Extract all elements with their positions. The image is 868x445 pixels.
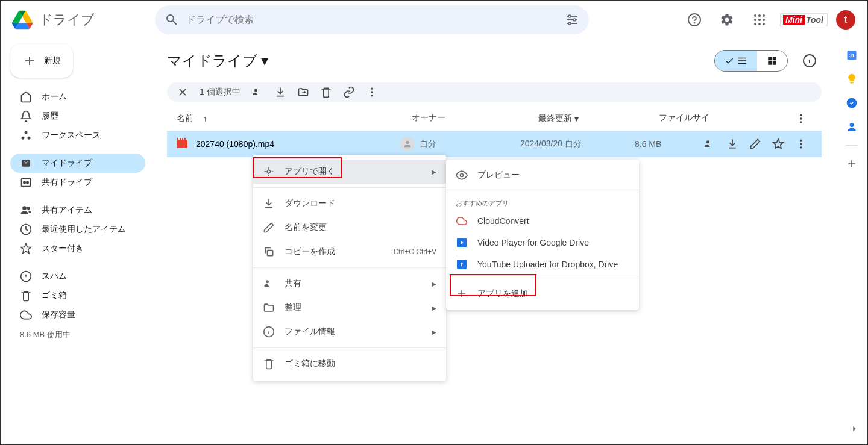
sidebar-item-storage[interactable]: 保存容量 bbox=[10, 305, 145, 325]
share-icon[interactable] bbox=[251, 86, 263, 98]
file-row[interactable]: 202740 (1080p).mp4 自分 2024/03/20 自分 8.6 … bbox=[167, 131, 822, 157]
new-button[interactable]: 新規 bbox=[10, 44, 73, 78]
search-bar[interactable] bbox=[155, 5, 589, 34]
header: ドライブ MiniTool t bbox=[1, 1, 867, 39]
svg-point-18 bbox=[22, 137, 25, 140]
add-panel-icon[interactable] bbox=[846, 158, 858, 170]
move-icon[interactable] bbox=[297, 86, 309, 98]
download-icon[interactable] bbox=[274, 86, 286, 98]
column-size[interactable]: ファイルサイ bbox=[659, 113, 731, 125]
file-name: 202740 (1080p).mp4 bbox=[196, 139, 274, 149]
search-options-icon[interactable] bbox=[565, 13, 579, 27]
tasks-icon[interactable] bbox=[846, 97, 858, 109]
sidebar-item-recent[interactable]: 最近使用したアイテム bbox=[10, 220, 145, 239]
chevron-down-icon: ▾ bbox=[574, 114, 579, 123]
menu-organize[interactable]: 整理 ▶ bbox=[253, 296, 446, 320]
submenu-app-videoplayer[interactable]: Video Player for Google Drive bbox=[446, 232, 639, 254]
bell-icon bbox=[20, 110, 32, 122]
contacts-icon[interactable] bbox=[846, 121, 858, 133]
menu-share[interactable]: 共有 ▶ bbox=[253, 272, 446, 296]
submenu-add-apps[interactable]: アプリを追加 bbox=[446, 283, 639, 305]
sidebar-item-trash[interactable]: ゴミ箱 bbox=[10, 286, 145, 305]
minitool-badge[interactable]: MiniTool bbox=[780, 13, 828, 26]
info-icon[interactable] bbox=[797, 49, 822, 73]
info-icon bbox=[263, 326, 275, 338]
svg-point-3 bbox=[568, 15, 571, 17]
menu-rename[interactable]: 名前を変更 bbox=[253, 216, 446, 240]
list-header: 名前↑ オーナー 最終更新▾ ファイルサイ bbox=[167, 107, 822, 131]
view-toggle bbox=[714, 50, 788, 72]
column-modified[interactable]: 最終更新▾ bbox=[538, 113, 659, 125]
collapse-rail-icon[interactable] bbox=[848, 423, 860, 435]
close-icon[interactable] bbox=[177, 86, 189, 98]
svg-point-5 bbox=[568, 22, 571, 25]
menu-download[interactable]: ダウンロード bbox=[253, 191, 446, 216]
trash-icon bbox=[20, 290, 32, 302]
column-owner[interactable]: オーナー bbox=[412, 113, 538, 125]
svg-point-23 bbox=[27, 181, 28, 183]
svg-rect-29 bbox=[773, 57, 776, 60]
calendar-icon[interactable]: 31 bbox=[846, 49, 858, 61]
svg-point-34 bbox=[371, 88, 373, 90]
submenu-preview[interactable]: プレビュー bbox=[446, 164, 639, 186]
svg-rect-31 bbox=[773, 61, 776, 65]
download-icon bbox=[263, 198, 275, 210]
selection-count: 1 個選択中 bbox=[200, 87, 241, 98]
link-icon[interactable] bbox=[343, 86, 355, 98]
folder-title[interactable]: マイドライブ ▾ bbox=[167, 51, 268, 70]
menu-open-with[interactable]: アプリで開く ▶ bbox=[253, 160, 446, 184]
workspaces-icon bbox=[20, 129, 32, 142]
list-view-button[interactable] bbox=[715, 51, 757, 71]
row-share-icon[interactable] bbox=[703, 138, 715, 150]
row-edit-icon[interactable] bbox=[749, 138, 761, 150]
sidebar-item-activity[interactable]: 履歴 bbox=[10, 107, 145, 126]
row-star-icon[interactable] bbox=[772, 138, 784, 150]
grid-view-button[interactable] bbox=[757, 51, 787, 71]
svg-point-25 bbox=[27, 207, 30, 210]
svg-point-9 bbox=[758, 14, 761, 17]
sidebar-item-spam[interactable]: スパム bbox=[10, 267, 145, 286]
column-name[interactable]: 名前↑ bbox=[177, 113, 412, 125]
youtube-uploader-icon bbox=[456, 258, 468, 270]
sidebar-item-shareddrives[interactable]: 共有ドライブ bbox=[10, 173, 145, 192]
sidebar-item-workspaces[interactable]: ワークスペース bbox=[10, 126, 145, 145]
sidebar-item-starred[interactable]: スター付き bbox=[10, 239, 145, 258]
context-menu: アプリで開く ▶ ダウンロード 名前を変更 コピーを作成 Ctrl+C Ctrl… bbox=[253, 155, 446, 381]
more-icon[interactable] bbox=[366, 86, 378, 98]
sidebar-item-mydrive[interactable]: マイドライブ bbox=[10, 154, 145, 173]
menu-file-info[interactable]: ファイル情報 ▶ bbox=[253, 320, 446, 344]
submenu-app-youtube[interactable]: YouTube Uploader for Dropbox, Drive bbox=[446, 254, 639, 275]
svg-rect-45 bbox=[268, 251, 273, 256]
keep-icon[interactable] bbox=[846, 73, 858, 85]
column-more-icon[interactable] bbox=[795, 113, 807, 125]
svg-point-36 bbox=[371, 95, 373, 96]
plus-icon bbox=[456, 288, 468, 300]
edit-icon bbox=[263, 222, 275, 234]
people-icon bbox=[20, 204, 32, 216]
row-more-icon[interactable] bbox=[795, 138, 807, 150]
file-owner: 自分 bbox=[420, 138, 436, 149]
storage-used-text: 8.6 MB 使用中 bbox=[10, 325, 145, 345]
svg-point-48 bbox=[461, 174, 464, 177]
submenu-open-with: プレビュー おすすめのアプリ CloudConvert Video Player… bbox=[446, 160, 639, 310]
delete-icon[interactable] bbox=[320, 86, 332, 98]
right-rail: 31 bbox=[836, 39, 867, 444]
apps-grid-icon[interactable] bbox=[747, 8, 772, 32]
logo-area[interactable]: ドライブ bbox=[10, 8, 155, 32]
row-download-icon[interactable] bbox=[726, 138, 738, 150]
selection-bar: 1 個選択中 bbox=[167, 82, 822, 102]
help-icon[interactable] bbox=[682, 8, 706, 32]
avatar[interactable]: t bbox=[836, 10, 855, 30]
menu-trash[interactable]: ゴミ箱に移動 bbox=[253, 352, 446, 376]
settings-icon[interactable] bbox=[715, 8, 739, 32]
sidebar-item-shared[interactable]: 共有アイテム bbox=[10, 201, 145, 220]
sidebar-item-home[interactable]: ホーム bbox=[10, 87, 145, 107]
search-input[interactable] bbox=[186, 14, 558, 25]
svg-point-16 bbox=[763, 23, 765, 25]
copy-icon bbox=[263, 246, 275, 258]
menu-copy[interactable]: コピーを作成 Ctrl+C Ctrl+V bbox=[253, 240, 446, 264]
chevron-right-icon: ▶ bbox=[432, 169, 436, 175]
svg-point-22 bbox=[24, 181, 25, 183]
submenu-app-cloudconvert[interactable]: CloudConvert bbox=[446, 210, 639, 232]
chevron-down-icon: ▾ bbox=[261, 52, 268, 69]
